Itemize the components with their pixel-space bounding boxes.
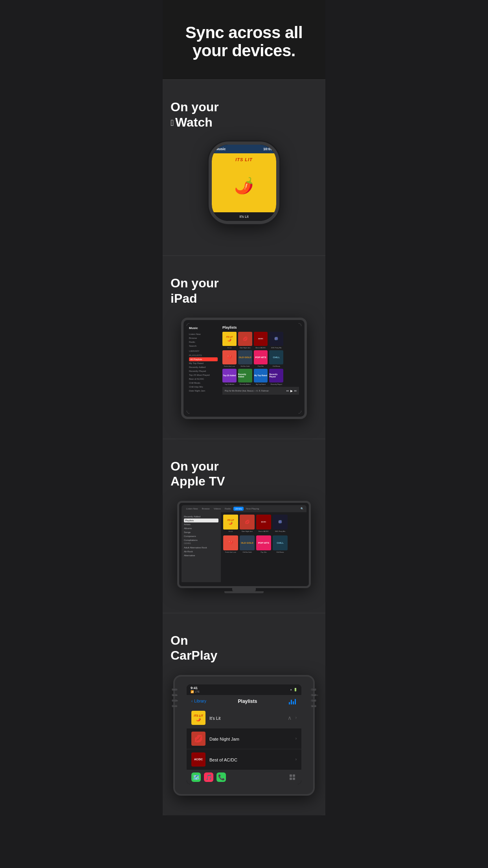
ipad-grid-item-2[interactable]: AC/DC Best of AC/DC [254, 332, 268, 349]
ipad-next-icon[interactable]: ⏭ [294, 390, 297, 392]
ipad-all-playlists[interactable]: All Playlists [189, 357, 218, 361]
tv-nav-videos[interactable]: Videos [212, 507, 222, 511]
ipad-grid-item-5[interactable]: OLD GOLD Old But Gold [238, 350, 252, 367]
tv-nav-library[interactable]: Library [233, 507, 244, 511]
tv-item-pop[interactable]: POP HITS Pop Hits [256, 535, 271, 553]
tv-item-party[interactable]: 🎆 2021 Party Mix [273, 515, 288, 532]
tv-stand [232, 588, 256, 591]
ipad-grid-item-10[interactable]: My Top Rated My Top Rated [254, 369, 268, 386]
tv-item-acdc[interactable]: AC/DC Best of AC/DC [256, 515, 271, 532]
watch-album-title: ITS LIT [212, 157, 276, 162]
carplay-label-line1: On [171, 633, 188, 647]
ipad-sidebar-search[interactable]: Search [189, 344, 218, 348]
tv-item-date-night[interactable]: 💋 Date Night Jam [240, 515, 255, 532]
ipad-top25[interactable]: Top 25 Most Played [189, 373, 218, 377]
tv-label-line1: On your [171, 459, 219, 473]
ipad-grid-item-7[interactable]: CHILL Chill Beats [269, 350, 283, 367]
tv-alt-rock[interactable]: Alt-Rock [184, 550, 218, 554]
ipad-acdc[interactable]: Best of AC/DC [189, 377, 218, 381]
carplay-knobs-left: RADIO MEDIA PHONE VOICE [172, 688, 177, 707]
ipad-recently-played[interactable]: Recently Played [189, 369, 218, 373]
tv-composers[interactable]: Composers [184, 534, 218, 538]
watch-song-label: It's Lit [212, 212, 276, 221]
ipad-playlist-grid-row2: ❤️ Feels Like Love OLD GOLD Old But Gold [222, 350, 299, 367]
carplay-playlist: ITS LIT 🌶️ It's Lit ∧ › � [187, 708, 301, 770]
tv-item-chill[interactable]: CHILL Chill Beats [273, 535, 288, 553]
carplay-phone-icon[interactable]: 📞 [216, 772, 226, 782]
ipad-grid-item-4[interactable]: ❤️ Feels Like Love [222, 350, 237, 367]
tv-recently-added[interactable]: Recently Added [184, 515, 218, 519]
ipad-chill[interactable]: Chill Beats [189, 381, 218, 385]
carplay-thumb-date-night: 💋 [191, 732, 205, 746]
watch-music-label: Music [216, 147, 226, 151]
carplay-label: On CarPlay [171, 633, 217, 663]
carplay-music-icon[interactable]: 🎵 [204, 772, 213, 782]
ipad-grid-item-11[interactable]: Recently Played Recently Played [269, 369, 283, 386]
carplay-header-title: Playlists [238, 699, 257, 704]
ipad-main-title: Playlists [222, 326, 299, 329]
carplay-item-text-date-night: Date Night Jam [209, 735, 292, 742]
watch-label-line2: Watch [175, 115, 213, 129]
watch-body: Music 10:09 ITS LIT 🌶️ It's Lit [209, 142, 279, 224]
ipad-play-icon[interactable]: ▶ [290, 389, 293, 393]
carplay-item-its-lit[interactable]: ITS LIT 🌶️ It's Lit ∧ › [187, 708, 301, 728]
tv-nav-browse[interactable]: Browse [200, 507, 211, 511]
tv-item-its-lit[interactable]: ITS LIT🌶️ It's Lit [223, 515, 238, 532]
ipad-grid-item-1[interactable]: 💋 Date Night Jam [238, 332, 252, 349]
carplay-maps-icon[interactable]: 🗺️ [191, 772, 201, 782]
ipad-chill-hop[interactable]: Chill-Hop Mix [189, 385, 218, 389]
ipad-recently-added[interactable]: Recently Added [189, 365, 218, 369]
tv-nav-search[interactable]: 🔍 [301, 507, 303, 510]
ipad-device: Music Listen Now Browse Radio Search Lib… [181, 318, 307, 419]
carplay-item-text-its-lit: It's Lit [209, 714, 284, 721]
carplay-right-knob-4: MENU [311, 705, 316, 707]
tv-nav-radio[interactable]: Radio [223, 507, 233, 511]
hero-section: Sync across all your devices. [163, 0, 325, 79]
carplay-right-knob-1: Nav [311, 688, 316, 691]
carplay-grid-icon[interactable] [289, 774, 297, 780]
watch-crown [278, 177, 279, 189]
tv-playlists[interactable]: Playlists [184, 519, 218, 522]
ipad-grid-item-3[interactable]: 🎆 2021 Party Mix [269, 332, 283, 349]
ipad-prev-icon[interactable]: ⏮ [286, 390, 289, 392]
ipad-section: On your iPad Music Listen Now Browse Rad… [163, 256, 325, 439]
ipad-grid-item-6[interactable]: POP HITS Pop Hits [254, 350, 268, 367]
tv-albums[interactable]: Albums [184, 526, 218, 530]
ipad-sidebar-radio[interactable]: Radio [189, 340, 218, 344]
tv-adult-alt[interactable]: Adult Alternative Rock [184, 546, 218, 550]
ipad-playback-controls[interactable]: ⏮ ▶ ⏭ [286, 389, 297, 393]
carplay-thumb-acdc: AC/DC [191, 752, 205, 767]
ipad-grid-item-0[interactable]: ITS LIT🌶️ It's Lit [222, 332, 237, 349]
tv-nav-now-playing[interactable]: Now Playing [244, 507, 261, 511]
tv-songs[interactable]: Songs [184, 530, 218, 534]
watch-status-bar: Music 10:09 [212, 145, 276, 153]
tv-nav-listen-now[interactable]: Listen Now [185, 507, 200, 511]
chili-icon: 🌶️ [234, 177, 254, 195]
ipad-label: On your iPad [171, 276, 219, 306]
carplay-knob-4: VOICE [172, 705, 177, 707]
tv-item-feels[interactable]: ❤️ Feels Like Love [223, 535, 238, 553]
carplay-item-acdc[interactable]: AC/DC Best of AC/DC › [187, 749, 301, 770]
watch-device: Music 10:09 ITS LIT 🌶️ It's Lit [205, 142, 283, 236]
ipad-my-top-rated[interactable]: My Top Rated [189, 361, 218, 365]
watch-screen: Music 10:09 ITS LIT 🌶️ It's Lit [212, 145, 276, 221]
ipad-sidebar-browse[interactable]: Browse [189, 336, 218, 340]
carplay-expand-icon[interactable]: ∧ [288, 715, 292, 721]
watch-label-line1: On your [171, 100, 219, 114]
carplay-back-button[interactable]: ‹ Library [191, 699, 206, 703]
ipad-sidebar-listen-now[interactable]: Listen Now [189, 332, 218, 336]
tv-item-old-gold[interactable]: OLD GOLD Old But Gold [240, 535, 255, 553]
tv-alternative[interactable]: Alternative [184, 554, 218, 557]
tv-artists[interactable]: Artists [184, 522, 218, 526]
tv-sidebar: Recently Added Playlists Artists Albums … [182, 512, 221, 582]
ipad-grid-item-9[interactable]: Recently Added Recently Added [238, 369, 252, 386]
ipad-sidebar-title: Music [189, 326, 218, 330]
ipad-grid-item-8[interactable]: Top 25 Added Top 25 Added [222, 369, 237, 386]
svg-rect-3 [293, 778, 295, 780]
ipad-now-playing: Play for Me Brother (feat. Beaux) — A. R… [225, 390, 269, 392]
tv-compilations[interactable]: Compilations [184, 538, 218, 542]
ipad-date-night[interactable]: Date Night Jam [189, 389, 218, 393]
carplay-wifi: ● [290, 688, 292, 691]
carplay-item-date-night[interactable]: 💋 Date Night Jam › [187, 728, 301, 749]
tv-label: On your Apple TV [171, 459, 225, 489]
